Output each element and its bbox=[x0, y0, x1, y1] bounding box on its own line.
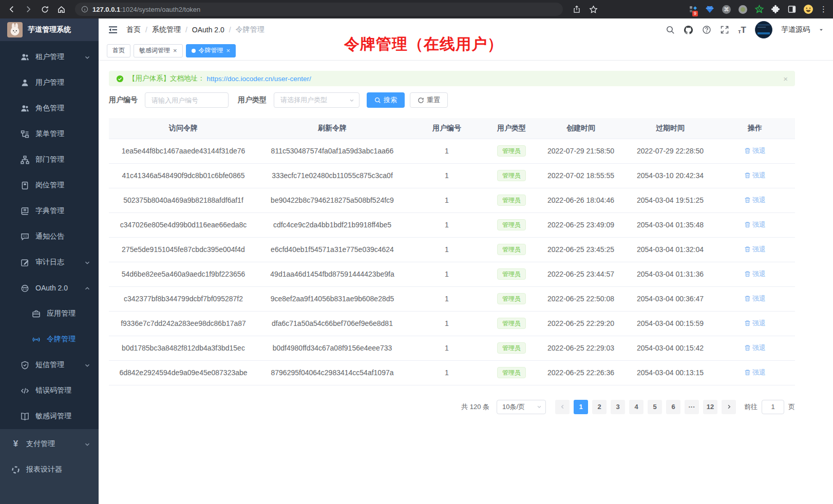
sidebar-item-pay[interactable]: ¥支付管理 bbox=[0, 431, 99, 457]
goto-page-input[interactable] bbox=[762, 400, 784, 414]
force-logout-button[interactable]: 强退 bbox=[744, 196, 766, 205]
browser-reload-button[interactable] bbox=[38, 3, 51, 16]
page-button-6[interactable]: 6 bbox=[666, 400, 680, 414]
force-logout-button[interactable]: 强退 bbox=[744, 146, 766, 156]
user-type-select[interactable]: 请选择用户类型 bbox=[274, 92, 359, 108]
force-logout-button[interactable]: 强退 bbox=[744, 368, 766, 377]
reset-button[interactable]: 重置 bbox=[410, 92, 448, 108]
breadcrumb-item[interactable]: 系统管理 bbox=[152, 25, 181, 34]
font-size-icon[interactable]: тT bbox=[738, 26, 746, 34]
table-row: 1ea5e44f8bc1467aaede43144f31de76811c5304… bbox=[109, 139, 795, 163]
force-logout-button[interactable]: 强退 bbox=[744, 294, 766, 303]
browser-menu-icon[interactable]: ⋮ bbox=[820, 5, 828, 14]
sidebar-item-audit-log[interactable]: 审计日志 bbox=[0, 249, 99, 275]
yen-icon: ¥ bbox=[11, 439, 20, 449]
access-token-cell: 54d6be82ee5a460a9aedc1f9bf223656 bbox=[109, 262, 258, 286]
alert-doc-link[interactable]: https://doc.iocoder.cn/user-center/ bbox=[207, 75, 311, 83]
user-id-cell: 1 bbox=[407, 212, 487, 237]
tab-close-icon[interactable]: × bbox=[226, 47, 231, 54]
sidebar-collapse-icon[interactable] bbox=[108, 25, 118, 35]
tab-首页[interactable]: 首页 bbox=[107, 44, 130, 57]
user-avatar[interactable] bbox=[755, 21, 772, 38]
bookmark-star-icon[interactable] bbox=[586, 3, 600, 16]
page-button-2[interactable]: 2 bbox=[592, 400, 607, 414]
page-button-12[interactable]: 12 bbox=[703, 400, 717, 414]
page-button-1[interactable]: 1 bbox=[574, 400, 588, 414]
extension-star-icon[interactable] bbox=[754, 4, 764, 14]
fullscreen-icon[interactable] bbox=[720, 25, 729, 34]
page-button-3[interactable]: 3 bbox=[611, 400, 625, 414]
created-time-cell: 2022-06-25 23:44:57 bbox=[536, 262, 626, 286]
prev-page-button[interactable] bbox=[555, 400, 570, 414]
extension-record-icon[interactable] bbox=[737, 4, 748, 14]
extensions-puzzle-icon[interactable] bbox=[770, 4, 781, 14]
sidebar-item-oauth2-token[interactable]: 令牌管理 bbox=[0, 326, 99, 352]
next-page-button[interactable] bbox=[722, 400, 736, 414]
search-button[interactable]: 搜索 bbox=[367, 92, 405, 108]
action-cell: 强退 bbox=[715, 163, 795, 188]
help-icon[interactable] bbox=[702, 25, 711, 34]
extension-command-icon[interactable]: ⌘ bbox=[721, 4, 731, 14]
page-button-4[interactable]: 4 bbox=[629, 400, 643, 414]
sidebar-item-dept[interactable]: 部门管理 bbox=[0, 147, 99, 172]
page-buttons: 123456···12 bbox=[574, 400, 722, 414]
sidebar-item-report[interactable]: 报表设计器 bbox=[0, 457, 99, 482]
access-token-cell: 1ea5e44f8bc1467aaede43144f31de76 bbox=[109, 139, 258, 163]
browser-home-button[interactable] bbox=[54, 3, 68, 16]
tab-敏感词管理[interactable]: 敏感词管理× bbox=[134, 44, 183, 57]
sidebar-item-menu[interactable]: 菜单管理 bbox=[0, 121, 99, 147]
profile-avatar-icon[interactable] bbox=[803, 4, 813, 14]
shield-icon bbox=[21, 361, 29, 370]
page-size-select[interactable]: 10条/页 bbox=[497, 400, 546, 414]
extension-devtools-icon[interactable]: 9 bbox=[688, 4, 698, 14]
dict-icon bbox=[21, 207, 29, 216]
user-id-cell: 1 bbox=[407, 360, 487, 385]
breadcrumb-item[interactable]: OAuth 2.0 bbox=[192, 26, 224, 34]
force-logout-button[interactable]: 强退 bbox=[744, 269, 766, 279]
sidebar-item-errcode[interactable]: 错误码管理 bbox=[0, 378, 99, 403]
url-bar[interactable]: 127.0.0.1:1024/system/oauth2/token bbox=[75, 3, 563, 16]
github-icon[interactable] bbox=[684, 25, 693, 35]
sidebar-item-sensitive[interactable]: 敏感词管理 bbox=[0, 403, 99, 429]
share-icon[interactable] bbox=[570, 3, 583, 16]
sidebar-item-label: 用户管理 bbox=[35, 78, 64, 87]
sidebar-item-label: 短信管理 bbox=[35, 360, 64, 370]
column-header: 创建时间 bbox=[536, 118, 626, 139]
sidebar-item-sms[interactable]: 短信管理 bbox=[0, 352, 99, 378]
force-logout-button[interactable]: 强退 bbox=[744, 220, 766, 229]
app-logo[interactable]: 芋道管理系统 bbox=[0, 18, 99, 41]
page-button-5[interactable]: 5 bbox=[648, 400, 662, 414]
side-panel-icon[interactable] bbox=[787, 4, 797, 14]
force-logout-button[interactable]: 强退 bbox=[744, 319, 766, 328]
browser-forward-button[interactable] bbox=[22, 3, 35, 16]
force-logout-button[interactable]: 强退 bbox=[744, 343, 766, 353]
page-ellipsis-button[interactable]: ··· bbox=[685, 400, 699, 414]
access-token-cell: c342377bf8b344799dcbf7bf095287f2 bbox=[109, 286, 258, 311]
user-id-input[interactable] bbox=[145, 92, 229, 108]
users-icon bbox=[21, 104, 29, 113]
sidebar-item-oauth2-app[interactable]: 应用管理 bbox=[0, 301, 99, 326]
tab-close-icon[interactable]: × bbox=[173, 47, 177, 54]
refresh-token-cell: e6cfd40eb1f54571a31e775e039c4624 bbox=[258, 237, 407, 262]
sidebar-item-oauth2[interactable]: OAuth 2.0 bbox=[0, 275, 99, 301]
sidebar-item-tenant[interactable]: 租户管理 bbox=[0, 44, 99, 70]
breadcrumb-item[interactable]: 首页 bbox=[126, 25, 141, 34]
force-logout-button[interactable]: 强退 bbox=[744, 245, 766, 254]
user-id-cell: 1 bbox=[407, 336, 487, 360]
force-logout-button[interactable]: 强退 bbox=[744, 171, 766, 180]
sidebar-item-user[interactable]: 用户管理 bbox=[0, 70, 99, 95]
site-info-icon[interactable] bbox=[81, 6, 88, 13]
sidebar-item-notice[interactable]: 通知公告 bbox=[0, 224, 99, 249]
user-type-cell: 管理员 bbox=[487, 336, 536, 360]
user-menu-caret-icon[interactable] bbox=[819, 27, 824, 32]
doc-alert: 【用户体系】文档地址： https://doc.iocoder.cn/user-… bbox=[109, 71, 795, 86]
sidebar-item-dict[interactable]: 字典管理 bbox=[0, 198, 99, 224]
browser-back-button[interactable] bbox=[5, 3, 18, 16]
alert-close-icon[interactable]: × bbox=[783, 74, 788, 83]
search-icon[interactable] bbox=[666, 25, 675, 34]
tab-令牌管理[interactable]: 令牌管理× bbox=[186, 44, 236, 57]
sidebar-item-role[interactable]: 角色管理 bbox=[0, 95, 99, 121]
sidebar-item-post[interactable]: 岗位管理 bbox=[0, 172, 99, 198]
extension-gem-icon[interactable] bbox=[705, 4, 715, 14]
user-name[interactable]: 芋道源码 bbox=[781, 25, 810, 34]
